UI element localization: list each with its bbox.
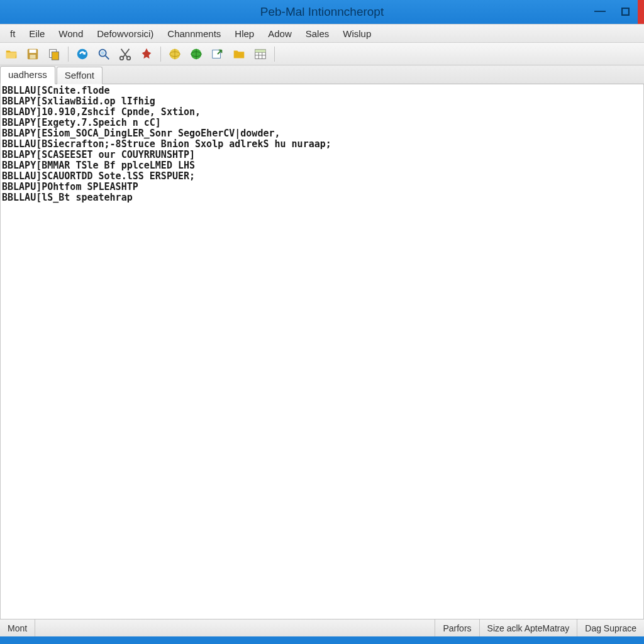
menu-item[interactable]: Sales (299, 27, 336, 40)
menu-item[interactable]: Wond (52, 27, 89, 40)
svg-point-12 (120, 56, 124, 60)
folder-open-icon[interactable] (3, 45, 20, 63)
menubar: ft Eile Wond Defowvorsici) Channments Hl… (0, 24, 644, 43)
menu-item[interactable]: Wislup (336, 27, 377, 40)
svg-rect-5 (52, 52, 58, 60)
menu-item[interactable]: Channments (161, 27, 227, 40)
toolbar-separator (68, 47, 69, 62)
editor-line: BBLLAU]SCAUORTDD Sote.lSS ERSPUER; (2, 171, 642, 182)
svg-point-9 (101, 51, 104, 55)
close-button[interactable] (638, 0, 644, 24)
menu-item[interactable]: Defowvorsici) (91, 27, 160, 40)
window-title: Peb-Mal Intionncheropt (260, 5, 384, 19)
table-icon[interactable] (252, 45, 269, 63)
tabstrip: uadherss Seffont (0, 65, 644, 84)
svg-rect-3 (30, 54, 35, 58)
titlebar: Peb-Mal Intionncheropt — (0, 0, 644, 24)
globe-green-icon[interactable] (187, 45, 205, 63)
maximize-icon (621, 6, 630, 19)
editor-line: BBLADY]10.910,Zshcif Cpnde, Sxtion, (2, 107, 642, 118)
editor-line: BBLAPY[Exgety.7.Speich n cC] (2, 118, 642, 128)
editor-line: BBLLAU[SCnite.flode (2, 86, 642, 96)
editor-line: BBLLAU[BSiecrafton;-8Struce Bnion Sxolp … (2, 139, 642, 150)
editor-line: BBLLAU[lS_Bt speatehrap (2, 192, 642, 203)
toolbar (0, 43, 644, 65)
status-panel: Dag Suprace (577, 619, 644, 636)
toolbar-separator (274, 47, 275, 62)
tab-seffont[interactable]: Seffont (57, 67, 103, 84)
pin-icon[interactable] (138, 45, 155, 63)
toolbar-separator (160, 47, 161, 62)
editor-line: BBLAPY[SxliawBiid.op lIfhig (2, 96, 642, 107)
menu-item[interactable]: Eile (23, 27, 51, 40)
svg-rect-0 (622, 8, 629, 15)
status-panel-left: Mont (0, 619, 35, 636)
refresh-icon[interactable] (74, 45, 91, 63)
status-panel: Parfors (435, 619, 479, 636)
svg-rect-2 (30, 49, 36, 53)
menu-item[interactable]: ft (4, 27, 21, 40)
editor-line: BBLAPY[ESiom_SOCA_DingLER_Sonr SegoEherC… (2, 128, 642, 139)
minimize-button[interactable]: — (587, 0, 613, 24)
menu-item[interactable]: Adow (262, 27, 298, 40)
editor-line: BBLAPY[BMMAR TSle Bf pplceLMED LHS (2, 160, 642, 171)
statusbar: Mont Parfors Size aclk ApteMatray Dag Su… (0, 619, 644, 636)
export-icon[interactable] (209, 45, 226, 63)
editor[interactable]: BBLLAU[SCnite.flode BBLAPY[SxliawBiid.op… (0, 84, 644, 619)
editor-line: BBLAPU]POhtfom SPLEASHTP (2, 182, 642, 192)
folder-icon[interactable] (230, 45, 248, 63)
editor-line: BBLAPY[SCASEESET our COUYRRUNSHTP] (2, 150, 642, 160)
copy-icon[interactable] (45, 45, 63, 63)
search-icon[interactable] (95, 45, 113, 63)
maximize-button[interactable] (613, 0, 638, 24)
svg-point-13 (127, 56, 131, 60)
svg-line-8 (106, 55, 109, 59)
svg-rect-20 (213, 50, 221, 58)
window-controls: — (587, 0, 644, 24)
svg-rect-26 (255, 49, 266, 52)
cut-icon[interactable] (116, 45, 134, 63)
menu-item[interactable]: Hlep (228, 27, 260, 40)
status-panel: Size aclk ApteMatray (479, 619, 577, 636)
save-icon[interactable] (24, 45, 42, 63)
minimize-icon: — (594, 4, 606, 18)
globe-yellow-icon[interactable] (166, 45, 184, 63)
tab-uadherss[interactable]: uadherss (0, 66, 55, 84)
window-border-bottom (0, 636, 644, 644)
